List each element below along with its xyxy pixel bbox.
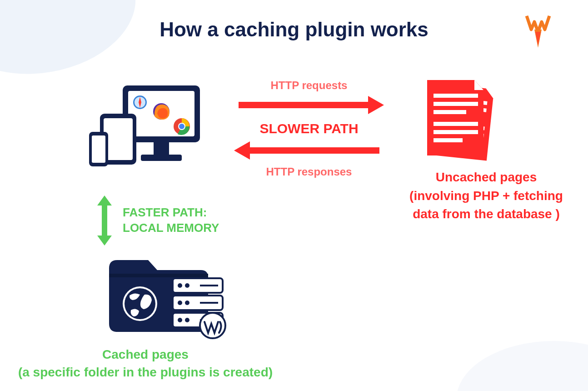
faster-path-label: FASTER PATH: LOCAL MEMORY bbox=[123, 205, 219, 236]
svg-point-13 bbox=[179, 124, 184, 129]
faster-line1: FASTER PATH: bbox=[123, 205, 219, 221]
svg-rect-2 bbox=[154, 142, 169, 156]
double-arrow-vertical-icon bbox=[95, 196, 114, 246]
faster-path-block: FASTER PATH: LOCAL MEMORY bbox=[95, 196, 219, 246]
svg-rect-7 bbox=[92, 135, 105, 163]
bg-shape-bottom-right bbox=[456, 341, 588, 391]
cached-pages-caption: Cached pages (a specific folder in the p… bbox=[5, 346, 286, 381]
uncached-line2: (involving PHP + fetching bbox=[391, 187, 582, 206]
svg-rect-27 bbox=[434, 122, 478, 126]
cache-folder-icon bbox=[105, 250, 232, 343]
devices-browsers-icon bbox=[86, 82, 204, 179]
documents-pages-icon bbox=[423, 77, 504, 165]
svg-point-39 bbox=[185, 283, 189, 288]
wordpress-icon bbox=[200, 313, 225, 338]
uncached-pages-caption: Uncached pages (involving PHP + fetching… bbox=[391, 168, 582, 224]
cached-line2: (a specific folder in the plugins is cre… bbox=[5, 363, 286, 381]
svg-rect-3 bbox=[141, 155, 182, 161]
svg-marker-32 bbox=[97, 236, 112, 246]
uncached-line1: Uncached pages bbox=[391, 168, 582, 187]
svg-point-45 bbox=[185, 318, 189, 322]
faster-line2: LOCAL MEMORY bbox=[123, 221, 219, 236]
bg-shape-top-left bbox=[0, 0, 146, 88]
svg-rect-26 bbox=[434, 110, 466, 114]
diagram-title: How a caching plugin works bbox=[0, 18, 588, 41]
cached-line1: Cached pages bbox=[5, 346, 286, 363]
svg-marker-17 bbox=[234, 141, 250, 160]
svg-point-38 bbox=[178, 283, 182, 288]
svg-marker-15 bbox=[368, 96, 384, 114]
arrow-right-icon bbox=[234, 94, 384, 116]
svg-rect-24 bbox=[434, 94, 478, 98]
svg-point-34 bbox=[125, 288, 155, 319]
svg-rect-29 bbox=[434, 138, 463, 142]
svg-point-41 bbox=[178, 301, 182, 305]
arrow-left-icon bbox=[234, 139, 384, 162]
uncached-line3: data from the database ) bbox=[391, 205, 582, 224]
http-responses-label: HTTP responses bbox=[232, 165, 386, 178]
svg-point-42 bbox=[185, 301, 189, 305]
http-arrows-block: HTTP requests SLOWER PATH HTTP responses bbox=[232, 77, 386, 180]
wp-rocket-logo-icon bbox=[524, 14, 552, 52]
svg-rect-28 bbox=[434, 130, 478, 134]
svg-rect-25 bbox=[434, 102, 478, 106]
http-requests-label: HTTP requests bbox=[232, 79, 386, 92]
slower-path-label: SLOWER PATH bbox=[232, 121, 386, 136]
svg-point-44 bbox=[178, 318, 182, 322]
